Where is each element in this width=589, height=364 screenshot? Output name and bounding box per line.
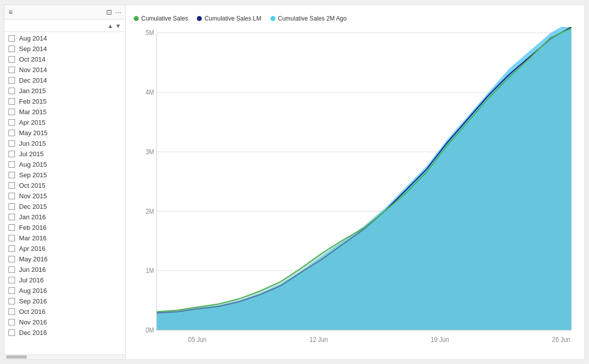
filter-panel: ≡ ⊡ ··· ▲ ▼ Aug 2014Sep 2014Oct 2014Nov … <box>5 5 126 359</box>
list-item[interactable]: Sep 2016 <box>5 296 125 306</box>
list-item[interactable]: Mar 2016 <box>5 233 125 243</box>
hamburger-icon[interactable]: ≡ <box>9 8 13 16</box>
item-label: Jan 2016 <box>19 213 46 221</box>
checkbox[interactable] <box>9 256 15 262</box>
list-item[interactable]: May 2016 <box>5 254 125 264</box>
list-item[interactable]: Dec 2015 <box>5 201 125 212</box>
panel-bottom-bar <box>5 354 125 359</box>
scroll-indicator <box>7 355 27 358</box>
list-item[interactable]: Aug 2014 <box>5 33 125 44</box>
checkbox[interactable] <box>9 224 15 231</box>
chart-svg: 5M4M3M2M1M0M05 Jun12 Jun19 Jun26 Jun <box>134 27 576 353</box>
checkbox[interactable] <box>9 109 15 115</box>
list-item[interactable]: Jul 2015 <box>5 149 125 159</box>
item-label: Nov 2015 <box>19 192 47 200</box>
legend-dot <box>134 16 139 21</box>
sort-desc-icon[interactable]: ▼ <box>115 23 121 30</box>
item-label: Dec 2014 <box>19 77 47 84</box>
list-item[interactable]: Dec 2016 <box>5 327 125 338</box>
item-label: May 2016 <box>19 255 48 263</box>
checkbox[interactable] <box>9 151 15 157</box>
item-label: Aug 2014 <box>19 35 47 42</box>
checkbox[interactable] <box>9 214 15 220</box>
checkbox[interactable] <box>9 329 15 336</box>
list-item[interactable]: Nov 2015 <box>5 191 125 201</box>
legend-label: Cumulative Sales 2M Ago <box>278 15 347 22</box>
list-item[interactable]: Jun 2016 <box>5 264 125 275</box>
list-item[interactable]: Oct 2015 <box>5 180 125 191</box>
checkbox[interactable] <box>9 235 15 241</box>
item-label: Aug 2016 <box>19 287 47 294</box>
expand-icon[interactable]: ⊡ <box>106 8 112 16</box>
item-label: Apr 2015 <box>19 119 46 126</box>
panel-title-row: ▲ ▼ <box>5 20 125 32</box>
checkbox[interactable] <box>9 77 15 84</box>
checkbox[interactable] <box>9 88 15 94</box>
list-item[interactable]: Aug 2015 <box>5 159 125 170</box>
checkbox[interactable] <box>9 298 15 304</box>
more-icon[interactable]: ··· <box>115 8 121 16</box>
checkbox[interactable] <box>9 277 15 283</box>
list-item[interactable]: Feb 2016 <box>5 222 125 233</box>
list-item[interactable]: Jun 2015 <box>5 138 125 149</box>
svg-text:19 Jun: 19 Jun <box>431 335 449 343</box>
checkbox[interactable] <box>9 56 15 63</box>
item-label: May 2015 <box>19 129 48 137</box>
checkbox[interactable] <box>9 161 15 168</box>
checkbox[interactable] <box>9 98 15 105</box>
svg-text:2M: 2M <box>146 207 154 215</box>
checkbox[interactable] <box>9 245 15 252</box>
checkbox[interactable] <box>9 119 15 126</box>
list-item[interactable]: Sep 2014 <box>5 44 125 54</box>
panel-header: ≡ ⊡ ··· <box>5 5 125 20</box>
checkbox[interactable] <box>9 67 15 73</box>
sort-asc-icon[interactable]: ▲ <box>107 23 113 30</box>
svg-text:1M: 1M <box>146 266 154 274</box>
checkbox[interactable] <box>9 287 15 294</box>
list-item[interactable]: Apr 2016 <box>5 243 125 254</box>
item-label: Dec 2015 <box>19 203 47 210</box>
checkbox[interactable] <box>9 35 15 42</box>
svg-text:26 Jun: 26 Jun <box>552 335 570 343</box>
checkbox[interactable] <box>9 319 15 325</box>
filter-list[interactable]: Aug 2014Sep 2014Oct 2014Nov 2014Dec 2014… <box>5 32 125 354</box>
list-item[interactable]: Nov 2016 <box>5 317 125 327</box>
chart-area: 5M4M3M2M1M0M05 Jun12 Jun19 Jun26 Jun <box>134 27 576 353</box>
checkbox[interactable] <box>9 46 15 52</box>
item-label: Jun 2016 <box>19 266 46 273</box>
checkbox[interactable] <box>9 193 15 199</box>
list-item[interactable]: Jan 2016 <box>5 212 125 222</box>
svg-text:5M: 5M <box>146 29 154 37</box>
svg-text:05 Jun: 05 Jun <box>188 335 207 343</box>
svg-text:4M: 4M <box>146 88 154 96</box>
checkbox[interactable] <box>9 140 15 147</box>
legend-dot <box>197 16 202 21</box>
list-item[interactable]: Aug 2016 <box>5 285 125 296</box>
legend-item: Cumulative Sales LM <box>197 15 261 22</box>
legend-label: Cumulative Sales LM <box>204 15 261 22</box>
checkbox[interactable] <box>9 203 15 210</box>
list-item[interactable]: Sep 2015 <box>5 170 125 180</box>
list-item[interactable]: Jul 2016 <box>5 275 125 285</box>
checkbox[interactable] <box>9 182 15 189</box>
list-item[interactable]: May 2015 <box>5 128 125 138</box>
checkbox[interactable] <box>9 172 15 178</box>
list-item[interactable]: Jan 2015 <box>5 86 125 96</box>
item-label: Jul 2015 <box>19 150 44 158</box>
item-label: Jun 2015 <box>19 140 46 147</box>
list-item[interactable]: Mar 2015 <box>5 107 125 117</box>
item-label: Oct 2015 <box>19 182 46 189</box>
checkbox[interactable] <box>9 266 15 273</box>
list-item[interactable]: Dec 2014 <box>5 75 125 86</box>
item-label: Nov 2016 <box>19 318 47 326</box>
item-label: Sep 2015 <box>19 171 47 179</box>
list-item[interactable]: Oct 2014 <box>5 54 125 65</box>
item-label: Oct 2016 <box>19 308 46 315</box>
checkbox[interactable] <box>9 130 15 136</box>
list-item[interactable]: Feb 2015 <box>5 96 125 107</box>
checkbox[interactable] <box>9 308 15 315</box>
item-label: Mar 2015 <box>19 108 47 116</box>
list-item[interactable]: Nov 2014 <box>5 65 125 75</box>
list-item[interactable]: Apr 2015 <box>5 117 125 128</box>
list-item[interactable]: Oct 2016 <box>5 306 125 317</box>
